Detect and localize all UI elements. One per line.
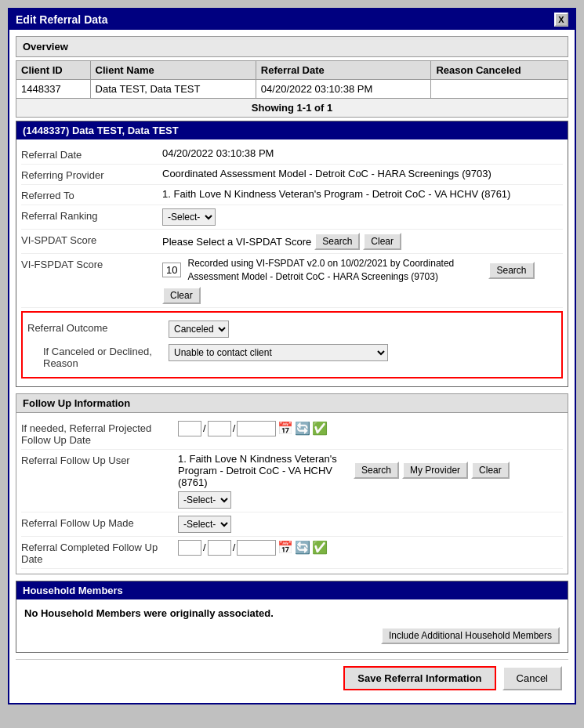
- follow-up-made-select[interactable]: -Select- Yes No: [178, 516, 231, 533]
- field-referral-ranking: Referral Ranking -Select- 1 2 3: [21, 205, 563, 230]
- household-message: No Household Members were originally ass…: [24, 607, 560, 619]
- completed-check-icon[interactable]: ✅: [312, 540, 328, 555]
- referral-outcome-select[interactable]: Canceled Pending Accepted Declined: [169, 321, 229, 338]
- projected-refresh-icon[interactable]: 🔄: [295, 421, 310, 436]
- close-icon: X: [558, 15, 564, 24]
- vi-spdat-search-button[interactable]: Search: [314, 233, 360, 250]
- projected-day-input[interactable]: [208, 421, 231, 436]
- referring-provider-value: Coordinated Assessment Model - Detroit C…: [162, 168, 563, 179]
- client-section-title: (1448337) Data TEST, Data TEST: [16, 121, 568, 139]
- follow-up-made-value: -Select- Yes No: [178, 516, 563, 533]
- col-reason-canceled: Reason Canceled: [431, 61, 568, 80]
- completed-date-inputs: / / 📅 🔄 ✅: [178, 540, 328, 556]
- vi-fspdat-label: VI-FSPDAT Score: [21, 257, 162, 270]
- follow-up-user-value: 1. Faith Love N Kindness Veteran's Progr…: [178, 453, 563, 509]
- col-client-id: Client ID: [16, 61, 91, 80]
- completed-refresh-icon[interactable]: 🔄: [295, 540, 310, 555]
- title-bar: Edit Referral Data X: [9, 9, 575, 30]
- referral-ranking-label: Referral Ranking: [21, 208, 162, 222]
- vi-fspdat-score: 10: [162, 263, 181, 277]
- vi-spdat-value: Please Select a VI-SPDAT Score Search Cl…: [162, 233, 563, 250]
- completed-calendar-icon[interactable]: 📅: [277, 540, 293, 555]
- overview-header: Overview: [16, 36, 568, 57]
- referred-to-label: Referred To: [21, 188, 162, 201]
- follow-up-header: Follow Up Information: [16, 394, 568, 413]
- vi-spdat-label: VI-SPDAT Score: [21, 233, 162, 246]
- cell-client-id: 1448337: [16, 80, 91, 99]
- table-row: 1448337 Data TEST, Data TEST 04/20/2022 …: [16, 80, 568, 99]
- referral-date-text: 04/20/2022 03:10:38 PM: [162, 147, 274, 159]
- referring-provider-label: Referring Provider: [21, 168, 162, 181]
- projected-month-input[interactable]: [178, 421, 201, 436]
- window-title: Edit Referral Data: [16, 13, 107, 26]
- field-referring-provider: Referring Provider Coordinated Assessmen…: [21, 165, 563, 185]
- include-household-button[interactable]: Include Additional Household Members: [381, 627, 560, 644]
- referral-ranking-select[interactable]: -Select- 1 2 3: [162, 208, 216, 226]
- follow-up-user-label: Referral Follow Up User: [21, 453, 178, 466]
- projected-check-icon[interactable]: ✅: [312, 421, 328, 436]
- follow-up-section: Follow Up Information If needed, Referra…: [16, 393, 568, 574]
- follow-up-user-search-button[interactable]: Search: [354, 462, 399, 479]
- projected-date-label: If needed, Referral Projected Follow Up …: [21, 421, 178, 446]
- referred-to-text: 1. Faith Love N Kindness Veteran's Progr…: [162, 188, 510, 200]
- canceled-reason-label: If Canceled or Declined, Reason: [43, 344, 169, 369]
- referral-ranking-value: -Select- 1 2 3: [162, 208, 563, 226]
- follow-up-user-my-provider-button[interactable]: My Provider: [402, 462, 468, 479]
- vi-fspdat-detail: Recorded using VI-FSPDAT v2.0 on 10/02/2…: [187, 257, 485, 284]
- showing-row: Showing 1-1 of 1: [16, 99, 568, 118]
- follow-up-user-text: 1. Faith Love N Kindness Veteran's Progr…: [178, 453, 350, 488]
- cancel-button[interactable]: Cancel: [502, 666, 562, 690]
- referred-to-value: 1. Faith Love N Kindness Veteran's Progr…: [162, 188, 563, 200]
- completed-date-value: / / 📅 🔄 ✅: [178, 540, 563, 556]
- field-vi-spdat: VI-SPDAT Score Please Select a VI-SPDAT …: [21, 230, 563, 254]
- edit-referral-window: Edit Referral Data X Overview Client ID …: [8, 8, 576, 704]
- referral-date-label: Referral Date: [21, 147, 162, 161]
- follow-up-body: If needed, Referral Projected Follow Up …: [16, 413, 568, 574]
- client-section: (1448337) Data TEST, Data TEST Referral …: [16, 121, 568, 387]
- completed-year-input[interactable]: [237, 540, 276, 556]
- cell-reason-canceled: [431, 80, 568, 99]
- completed-date-label: Referral Completed Follow Up Date: [21, 540, 178, 565]
- referring-provider-text: Coordinated Assessment Model - Detroit C…: [162, 168, 492, 179]
- completed-month-input[interactable]: [178, 540, 201, 556]
- client-section-body: Referral Date 04/20/2022 03:10:38 PM Ref…: [16, 139, 568, 386]
- follow-up-made-label: Referral Follow Up Made: [21, 516, 178, 529]
- follow-up-user-row: 1. Faith Love N Kindness Veteran's Progr…: [178, 453, 510, 488]
- field-referral-outcome: Referral Outcome Canceled Pending Accept…: [27, 317, 557, 341]
- canceled-reason-value: Unable to contact client Client declined…: [169, 344, 557, 361]
- referral-outcome-value: Canceled Pending Accepted Declined: [169, 321, 557, 338]
- field-canceled-reason: If Canceled or Declined, Reason Unable t…: [27, 341, 557, 372]
- household-section: Household Members No Household Members w…: [16, 581, 568, 653]
- save-button[interactable]: Save Referral Information: [343, 666, 495, 690]
- main-content: Overview Client ID Client Name Referral …: [9, 30, 575, 703]
- field-referred-to: Referred To 1. Faith Love N Kindness Vet…: [21, 185, 563, 205]
- col-client-name: Client Name: [90, 61, 256, 80]
- follow-up-user-clear-button[interactable]: Clear: [471, 462, 510, 479]
- household-actions: Include Additional Household Members: [24, 627, 560, 644]
- projected-date-value: / / 📅 🔄 ✅: [178, 421, 563, 436]
- referral-date-value: 04/20/2022 03:10:38 PM: [162, 147, 563, 159]
- vi-fspdat-value: 10 Recorded using VI-FSPDAT v2.0 on 10/0…: [162, 257, 563, 304]
- projected-date-inputs: / / 📅 🔄 ✅: [178, 421, 328, 436]
- overview-table: Client ID Client Name Referral Date Reas…: [16, 60, 568, 118]
- vi-spdat-placeholder: Please Select a VI-SPDAT Score: [162, 236, 311, 248]
- canceled-reason-select[interactable]: Unable to contact client Client declined…: [169, 344, 388, 361]
- field-vi-fspdat: VI-FSPDAT Score 10 Recorded using VI-FSP…: [21, 254, 563, 308]
- household-body: No Household Members were originally ass…: [16, 599, 568, 652]
- completed-day-input[interactable]: [208, 540, 231, 556]
- showing-text: Showing 1-1 of 1: [16, 99, 568, 118]
- footer-buttons: Save Referral Information Cancel: [16, 659, 568, 697]
- cell-client-name: Data TEST, Data TEST: [90, 80, 256, 99]
- referral-outcome-label: Referral Outcome: [27, 321, 169, 334]
- vi-fspdat-clear-button[interactable]: Clear: [162, 287, 201, 304]
- vi-fspdat-search-button[interactable]: Search: [488, 262, 534, 279]
- close-button[interactable]: X: [554, 13, 568, 27]
- vi-spdat-clear-button[interactable]: Clear: [363, 233, 401, 250]
- projected-calendar-icon[interactable]: 📅: [277, 421, 293, 436]
- projected-year-input[interactable]: [237, 421, 276, 436]
- follow-up-user-select[interactable]: -Select-: [178, 491, 231, 509]
- cell-referral-date: 04/20/2022 03:10:38 PM: [256, 80, 431, 99]
- field-referral-date: Referral Date 04/20/2022 03:10:38 PM: [21, 144, 563, 165]
- field-follow-up-user: Referral Follow Up User 1. Faith Love N …: [21, 450, 563, 512]
- col-referral-date: Referral Date: [256, 61, 431, 80]
